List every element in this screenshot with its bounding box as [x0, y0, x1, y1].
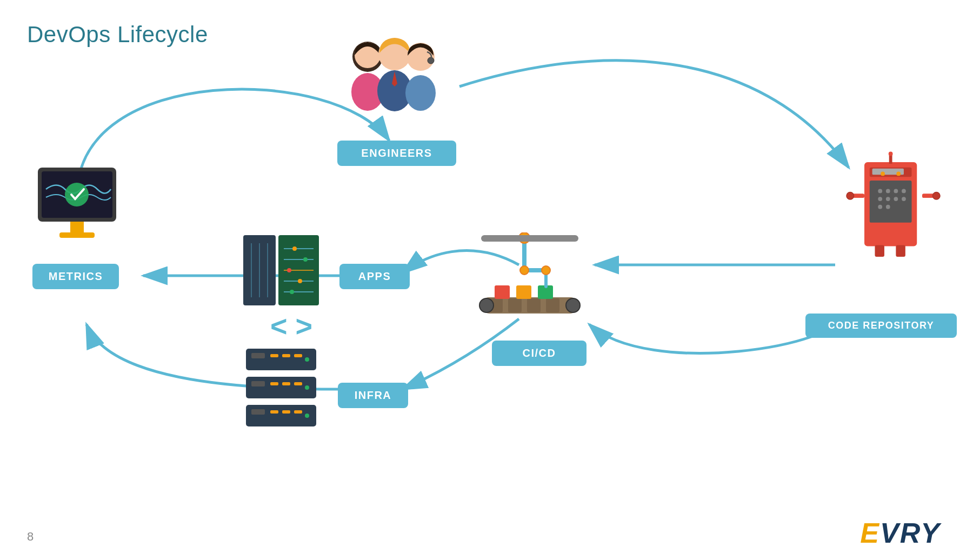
svg-rect-88 — [270, 410, 278, 414]
svg-rect-59 — [508, 298, 522, 312]
svg-point-50 — [303, 257, 308, 262]
svg-point-71 — [520, 266, 529, 275]
svg-point-23 — [878, 197, 882, 201]
svg-rect-84 — [294, 382, 302, 385]
svg-point-15 — [65, 183, 89, 206]
svg-rect-17 — [59, 232, 95, 238]
svg-point-35 — [932, 192, 940, 199]
svg-rect-89 — [282, 410, 290, 414]
svg-point-79 — [305, 357, 309, 362]
metrics-label: METRICS — [32, 264, 119, 289]
svg-rect-90 — [294, 410, 302, 414]
svg-point-21 — [878, 189, 882, 194]
code-symbol: < > — [270, 309, 312, 343]
metrics-icon — [30, 162, 124, 257]
svg-point-51 — [287, 268, 291, 272]
infra-icon — [243, 346, 319, 430]
page-title: DevOps Lifecycle — [27, 22, 208, 48]
evry-logo: EVRY — [860, 517, 941, 549]
svg-point-26 — [886, 205, 890, 209]
svg-rect-75 — [251, 353, 265, 358]
svg-point-33 — [847, 192, 854, 199]
page-number: 8 — [27, 530, 34, 544]
svg-point-24 — [886, 197, 890, 201]
svg-rect-83 — [282, 382, 290, 385]
svg-rect-65 — [516, 285, 531, 299]
svg-point-63 — [566, 298, 580, 312]
svg-rect-87 — [251, 409, 265, 415]
svg-rect-73 — [481, 235, 578, 242]
svg-rect-77 — [282, 354, 290, 357]
svg-rect-82 — [270, 382, 278, 385]
cicd-label: CI/CD — [492, 341, 587, 366]
svg-point-40 — [881, 172, 885, 176]
svg-point-91 — [305, 414, 309, 418]
svg-rect-61 — [546, 298, 559, 312]
svg-point-39 — [889, 152, 893, 156]
apps-label: APPS — [339, 264, 410, 289]
svg-point-53 — [290, 290, 294, 294]
svg-point-22 — [886, 189, 890, 194]
svg-point-30 — [902, 197, 906, 201]
svg-point-29 — [894, 197, 898, 201]
svg-point-27 — [894, 189, 898, 194]
svg-rect-36 — [875, 245, 884, 257]
code-repository-label: CODE REPOSITORY — [805, 314, 957, 338]
infra-label: INFRA — [338, 383, 408, 408]
engineers-label: ENGINEERS — [337, 141, 456, 166]
engineers-icon — [335, 32, 443, 141]
svg-rect-64 — [495, 285, 510, 299]
svg-point-11 — [405, 75, 436, 111]
svg-point-41 — [896, 172, 901, 176]
svg-rect-60 — [527, 298, 541, 312]
svg-rect-78 — [294, 354, 302, 357]
svg-point-52 — [298, 279, 302, 283]
svg-point-28 — [902, 189, 906, 194]
svg-point-62 — [479, 298, 494, 312]
svg-point-85 — [305, 385, 309, 390]
code-repository-icon — [846, 151, 941, 259]
apps-icon — [243, 232, 319, 308]
svg-rect-76 — [270, 354, 278, 357]
svg-rect-20 — [870, 181, 912, 223]
svg-rect-16 — [70, 222, 84, 234]
svg-point-49 — [292, 246, 297, 251]
cicd-icon — [476, 232, 584, 341]
svg-point-72 — [542, 266, 550, 275]
svg-rect-37 — [896, 245, 905, 257]
svg-point-25 — [878, 205, 882, 209]
svg-rect-81 — [251, 381, 265, 386]
